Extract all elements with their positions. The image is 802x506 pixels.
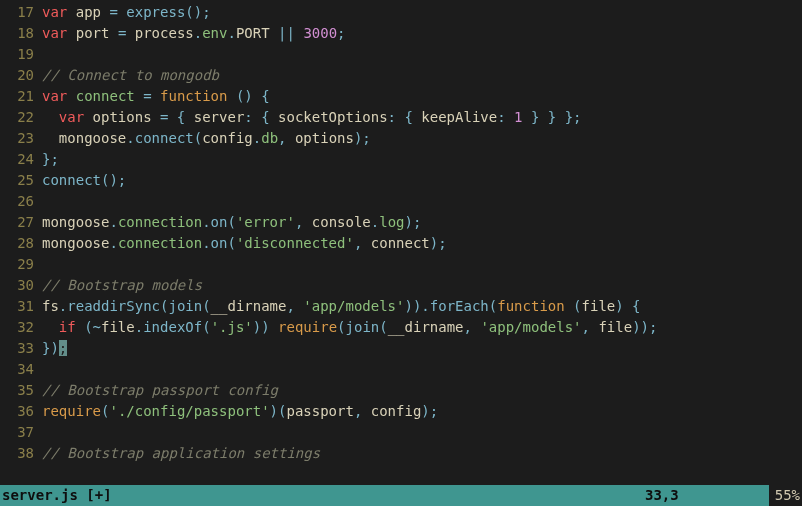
code-line[interactable]: 26 <box>0 191 802 212</box>
code-content[interactable]: var app = express(); <box>38 2 211 23</box>
code-content[interactable]: // Bootstrap models <box>38 275 202 296</box>
code-editor[interactable]: 17var app = express();18var port = proce… <box>0 0 802 506</box>
code-line[interactable]: 33}); <box>0 338 802 359</box>
code-content[interactable]: mongoose.connect(config.db, options); <box>38 128 371 149</box>
status-cursor-position: 33,3 <box>645 485 769 506</box>
code-content[interactable] <box>38 359 42 380</box>
line-number: 30 <box>0 275 38 296</box>
line-number: 31 <box>0 296 38 317</box>
line-number: 21 <box>0 86 38 107</box>
code-line[interactable]: 21var connect = function () { <box>0 86 802 107</box>
status-scroll-percent: 55% <box>769 485 802 506</box>
line-number: 19 <box>0 44 38 65</box>
code-line[interactable]: 34 <box>0 359 802 380</box>
code-content[interactable] <box>38 254 42 275</box>
line-number: 25 <box>0 170 38 191</box>
code-line[interactable]: 22 var options = { server: { socketOptio… <box>0 107 802 128</box>
code-line[interactable]: 24}; <box>0 149 802 170</box>
line-number: 20 <box>0 65 38 86</box>
code-content[interactable]: connect(); <box>38 170 126 191</box>
line-number: 34 <box>0 359 38 380</box>
code-content[interactable]: if (~file.indexOf('.js')) require(join(_… <box>38 317 657 338</box>
code-content[interactable]: }; <box>38 149 59 170</box>
code-line[interactable]: 28mongoose.connection.on('disconnected',… <box>0 233 802 254</box>
code-content[interactable]: require('./config/passport')(passport, c… <box>38 401 438 422</box>
code-line[interactable]: 18var port = process.env.PORT || 3000; <box>0 23 802 44</box>
code-line[interactable]: 20// Connect to mongodb <box>0 65 802 86</box>
code-line[interactable]: 36require('./config/passport')(passport,… <box>0 401 802 422</box>
code-line[interactable]: 30// Bootstrap models <box>0 275 802 296</box>
line-number: 35 <box>0 380 38 401</box>
line-number: 37 <box>0 422 38 443</box>
code-line[interactable]: 19 <box>0 44 802 65</box>
status-filename: server.js [+] <box>0 485 112 506</box>
code-content[interactable]: var connect = function () { <box>38 86 270 107</box>
code-content[interactable]: var port = process.env.PORT || 3000; <box>38 23 346 44</box>
code-line[interactable]: 23 mongoose.connect(config.db, options); <box>0 128 802 149</box>
code-content[interactable]: }); <box>38 338 67 359</box>
text-cursor: ; <box>59 340 67 356</box>
code-line[interactable]: 32 if (~file.indexOf('.js')) require(joi… <box>0 317 802 338</box>
status-bar: server.js [+] 33,3 55% <box>0 485 802 506</box>
line-number: 18 <box>0 23 38 44</box>
code-content[interactable]: var options = { server: { socketOptions:… <box>38 107 582 128</box>
code-content[interactable] <box>38 44 42 65</box>
line-number: 28 <box>0 233 38 254</box>
code-content[interactable]: fs.readdirSync(join(__dirname, 'app/mode… <box>38 296 641 317</box>
code-content[interactable]: // Bootstrap application settings <box>38 443 320 464</box>
code-line[interactable]: 38// Bootstrap application settings <box>0 443 802 464</box>
line-number: 33 <box>0 338 38 359</box>
code-content[interactable] <box>38 422 42 443</box>
code-content[interactable]: // Connect to mongodb <box>38 65 219 86</box>
code-line[interactable]: 31fs.readdirSync(join(__dirname, 'app/mo… <box>0 296 802 317</box>
line-number: 22 <box>0 107 38 128</box>
line-number: 17 <box>0 2 38 23</box>
code-line[interactable]: 29 <box>0 254 802 275</box>
code-line[interactable]: 35// Bootstrap passport config <box>0 380 802 401</box>
code-content[interactable]: mongoose.connection.on('error', console.… <box>38 212 421 233</box>
code-line[interactable]: 25connect(); <box>0 170 802 191</box>
code-content[interactable] <box>38 191 42 212</box>
code-content[interactable]: mongoose.connection.on('disconnected', c… <box>38 233 447 254</box>
code-line[interactable]: 17var app = express(); <box>0 2 802 23</box>
line-number: 26 <box>0 191 38 212</box>
line-number: 29 <box>0 254 38 275</box>
line-number: 23 <box>0 128 38 149</box>
code-content[interactable]: // Bootstrap passport config <box>38 380 278 401</box>
line-number: 24 <box>0 149 38 170</box>
code-line[interactable]: 37 <box>0 422 802 443</box>
line-number: 38 <box>0 443 38 464</box>
code-line[interactable]: 27mongoose.connection.on('error', consol… <box>0 212 802 233</box>
line-number: 27 <box>0 212 38 233</box>
line-number: 32 <box>0 317 38 338</box>
line-number: 36 <box>0 401 38 422</box>
